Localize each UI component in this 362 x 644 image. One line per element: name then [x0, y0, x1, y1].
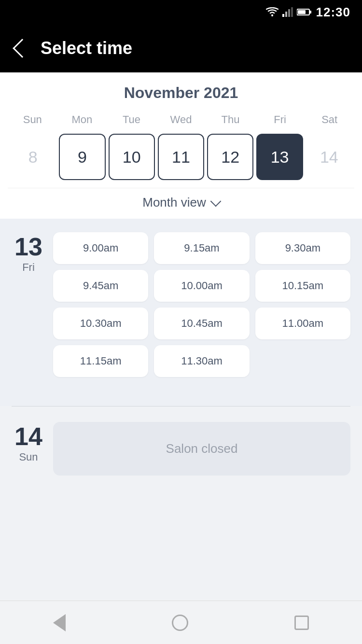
month-year: November 2021 [8, 84, 354, 102]
status-icons [266, 7, 311, 17]
day-13-number: 13 [14, 234, 42, 259]
day-block-13: 13 Fri 9.00am 9.15am 9.30am 9.45am 10.00… [12, 232, 350, 377]
day-header-sat: Sat [305, 112, 354, 128]
date-cell-10[interactable]: 10 [109, 134, 155, 180]
svg-rect-1 [282, 14, 284, 17]
nav-recent-button[interactable] [294, 616, 309, 630]
back-arrow-icon [13, 39, 32, 58]
day-header-fri: Fri [255, 112, 305, 128]
bottom-nav [0, 601, 362, 644]
day-13-name: Fri [22, 261, 35, 274]
page-title: Select time [41, 38, 132, 58]
nav-back-button[interactable] [53, 614, 66, 631]
status-time: 12:30 [316, 5, 351, 20]
timeslot-1130am[interactable]: 11.30am [154, 345, 249, 377]
date-cell-11[interactable]: 11 [158, 134, 204, 180]
back-nav-icon [53, 614, 66, 631]
timeslot-1100am[interactable]: 11.00am [255, 308, 350, 339]
day-header-thu: Thu [206, 112, 255, 128]
day-14-number: 14 [14, 424, 42, 449]
timeslots-grid-13: 9.00am 9.15am 9.30am 9.45am 10.00am 10.1… [53, 232, 350, 377]
timeslot-1030am[interactable]: 10.30am [53, 308, 148, 339]
timeslot-945am[interactable]: 9.45am [53, 270, 148, 302]
back-button[interactable] [15, 42, 29, 55]
date-cell-9[interactable]: 9 [59, 134, 105, 180]
header: Select time [0, 24, 362, 72]
date-cell-13[interactable]: 13 [256, 134, 303, 180]
date-row: 8 9 10 11 12 13 14 [8, 134, 354, 180]
svg-rect-2 [285, 12, 287, 17]
salon-closed-box: Salon closed [53, 422, 350, 476]
timeslot-900am[interactable]: 9.00am [53, 232, 148, 264]
nav-home-button[interactable] [172, 615, 188, 631]
day-header-tue: Tue [107, 112, 156, 128]
calendar-section: November 2021 Sun Mon Tue Wed Thu Fri Sa… [0, 72, 362, 219]
day-header-mon: Mon [57, 112, 107, 128]
recent-nav-icon [294, 616, 309, 630]
timeslot-1045am[interactable]: 10.45am [154, 308, 249, 339]
svg-rect-6 [309, 11, 311, 14]
home-nav-icon [172, 615, 188, 631]
day-label-14: 14 Sun [12, 422, 45, 476]
timeslot-930am[interactable]: 9.30am [255, 232, 350, 264]
svg-rect-4 [291, 7, 293, 17]
month-view-toggle[interactable]: Month view [8, 188, 354, 219]
battery-icon [297, 8, 311, 16]
status-bar: 12:30 [0, 0, 362, 24]
svg-rect-3 [288, 9, 290, 17]
signal-icon [282, 7, 293, 17]
day-headers: Sun Mon Tue Wed Thu Fri Sat [8, 112, 354, 128]
date-cell-14[interactable]: 14 [306, 134, 352, 180]
timeslot-1015am[interactable]: 10.15am [255, 270, 350, 302]
timeslot-1000am[interactable]: 10.00am [154, 270, 249, 302]
day-label-13: 13 Fri [12, 232, 45, 377]
date-cell-8[interactable]: 8 [10, 134, 56, 180]
svg-point-0 [271, 14, 273, 16]
day-block-14: 14 Sun Salon closed [0, 422, 362, 491]
salon-closed-text: Salon closed [166, 441, 238, 456]
month-view-label: Month view [142, 195, 206, 210]
chevron-down-icon [210, 196, 221, 207]
date-cell-12[interactable]: 12 [207, 134, 253, 180]
wifi-icon [266, 7, 278, 17]
timeslot-915am[interactable]: 9.15am [154, 232, 249, 264]
timeslot-section: 13 Fri 9.00am 9.15am 9.30am 9.45am 10.00… [0, 219, 362, 406]
svg-rect-7 [298, 10, 306, 14]
day-header-sun: Sun [8, 112, 57, 128]
day-header-wed: Wed [156, 112, 206, 128]
timeslot-1115am[interactable]: 11.15am [53, 345, 148, 377]
day-14-name: Sun [19, 451, 38, 463]
section-divider [12, 406, 350, 406]
